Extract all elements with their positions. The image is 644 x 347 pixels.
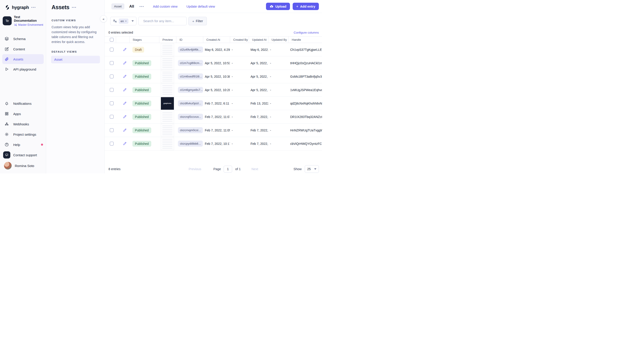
page-size-select[interactable]: 25 [305,165,319,173]
asset-preview-thumbnail[interactable] [161,70,174,83]
edit-pencil-icon[interactable] [122,74,127,79]
previous-page-button[interactable]: Previous [189,167,201,171]
brand-menu-dots[interactable] [31,7,36,8]
filter-bar: en × + Filter [105,13,322,29]
search-box [138,17,187,25]
row-checkbox[interactable] [110,101,114,105]
row-checkbox[interactable] [110,115,114,119]
sidebar-item-label: Content [13,47,25,51]
asset-preview-thumbnail[interactable] [161,137,174,150]
user-name: Romina Soto [15,164,34,168]
sidebar-item-api-playground[interactable]: API playground [0,64,46,74]
updated-at-cell: Apr 5, 2022, [249,56,268,70]
stage-badge: Published [132,114,151,120]
column-header-stages[interactable]: Stages [129,36,159,43]
sidebar-item-help[interactable]: Help [0,139,46,150]
entry-id-chip: cl1m7cgl69cm... [178,60,203,66]
remove-locale-icon[interactable]: × [125,20,126,22]
page-number-input[interactable] [224,166,232,173]
environment-selector[interactable]: Master Environment [14,23,43,26]
add-entry-button-label: Add entry [300,5,315,8]
default-view-item-asset[interactable]: Asset [51,56,100,63]
column-header-handle[interactable]: Handle [288,36,322,43]
upload-button[interactable]: Upload [266,3,290,10]
project-switcher[interactable]: Te Test Documentation Master Environment [3,15,43,26]
asset-preview-thumbnail[interactable] [161,84,174,96]
sidebar-nav: Schema Content Assets API playground [0,33,46,74]
search-input[interactable] [143,19,185,23]
view-tab-all[interactable]: All [129,4,134,9]
chevron-down-icon [314,168,316,170]
updated-by-cell: - [268,83,288,96]
edit-pencil-icon[interactable] [122,47,127,52]
edit-pencil-icon[interactable] [122,128,127,132]
locale-chip[interactable]: en × [119,18,128,24]
updated-at-cell: Feb 7, 2022, 1 [249,137,268,150]
sidebar-item-notifications[interactable]: Notifications [0,98,46,109]
sidebar-item-schema[interactable]: Schema [0,33,46,44]
created-by-cell: - [230,97,249,110]
configure-columns-link[interactable]: Configure columns [294,31,319,34]
edit-pencil-icon[interactable] [122,141,127,146]
row-checkbox[interactable] [110,74,114,78]
asset-preview-thumbnail[interactable]: graphcms [161,97,174,110]
locale-selector[interactable]: en × [110,17,136,25]
edit-pencil-icon[interactable] [122,61,127,65]
created-by-cell: - [230,43,249,56]
entry-id-chip: ckzcrnqm0csl... [178,127,203,133]
row-checkbox[interactable] [110,142,114,145]
next-page-button[interactable]: Next [252,167,258,171]
edit-pencil-icon[interactable] [122,101,127,105]
asset-preview-thumbnail[interactable] [161,111,174,123]
table-row: Published ckzcrqi5ccvuv... Feb 7, 2022, … [105,110,322,124]
updated-at-cell: May 6, 2022, [249,43,268,56]
sidebar-item-apps[interactable]: Apps [0,109,46,119]
view-options-dots[interactable] [140,6,144,7]
edit-pencil-icon[interactable] [122,115,127,119]
selected-count-text: 0 entries selected [108,31,133,34]
collapse-panel-button[interactable]: « [100,15,107,22]
column-header-preview[interactable]: Preview [159,36,176,43]
column-header-id[interactable]: ID [176,36,203,43]
row-checkbox[interactable] [110,48,114,51]
sidebar-item-label: Webhooks [13,122,29,126]
column-header-updated-by[interactable]: Updated By [268,36,288,43]
user-menu[interactable]: Romina Soto [0,160,46,171]
edit-square-icon [4,47,9,51]
add-entry-button[interactable]: + Add entry [293,3,319,10]
views-menu-dots[interactable] [72,7,76,8]
updated-by-cell: - [268,124,288,137]
row-checkbox[interactable] [110,61,114,65]
created-by-cell: - [230,110,249,123]
sidebar-item-project-settings[interactable]: Project settings [0,129,46,139]
asset-preview-thumbnail[interactable] [161,57,174,69]
edit-pencil-icon[interactable] [122,88,127,92]
thumbnail-text: graphcms [163,102,171,104]
asset-preview-thumbnail[interactable] [161,43,174,56]
row-checkbox[interactable] [110,128,114,132]
column-header-updated-at[interactable]: Updated At [249,36,268,43]
select-all-checkbox[interactable] [110,38,114,42]
sidebar-item-label: Project settings [13,133,36,136]
add-custom-view-link[interactable]: Add custom view [153,5,178,8]
column-header-created-at[interactable]: Created At [203,36,230,43]
add-filter-button[interactable]: + Filter [188,17,207,25]
row-checkbox[interactable] [110,88,114,92]
sidebar-item-assets[interactable]: Assets [2,54,44,64]
branch-icon [14,23,17,26]
stage-badge: Draft [132,47,144,53]
column-header-created-by[interactable]: Created By [230,36,249,43]
sidebar-item-label: Notifications [13,102,32,105]
hygraph-logo-icon [4,4,10,10]
updated-at-cell: Feb 7, 2022, 1 [249,110,268,123]
sidebar-item-webhooks[interactable]: Webhooks [0,119,46,129]
cloud-upload-icon [270,4,274,8]
chevron-down-icon [132,20,134,22]
brand-name: hygraph [12,5,29,10]
sidebar-item-contact-support[interactable]: Contact support [0,150,46,160]
sidebar-item-label: Help [13,143,20,147]
model-tab-asset[interactable]: Asset [111,3,124,9]
asset-preview-thumbnail[interactable] [161,124,174,137]
update-default-view-link[interactable]: Update default view [186,5,215,8]
sidebar-item-content[interactable]: Content [0,44,46,54]
